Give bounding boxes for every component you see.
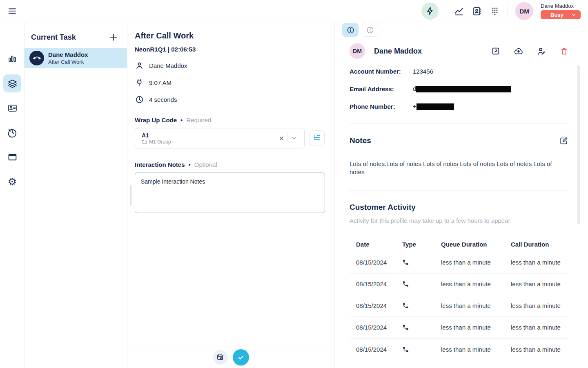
user-avatar[interactable]: DM: [515, 2, 533, 20]
contact-info-rows: Account Number: 123456 Email Address: d …: [335, 59, 588, 110]
add-task-button[interactable]: [108, 32, 119, 43]
start-time-meta-row: 9:07 AM: [135, 79, 325, 87]
phone-call-icon: [402, 324, 441, 331]
notes-body: Lots of notes.Lots of notes Lots of note…: [335, 145, 588, 177]
cell-call-duration: less than a minute: [511, 346, 568, 353]
wrap-up-label-row: Wrap Up Code • Required: [135, 117, 325, 123]
edit-contact-button[interactable]: [537, 47, 546, 56]
task-item-subtitle: After Call Work: [48, 59, 88, 65]
topbar-divider: [446, 6, 446, 16]
account-number-row: Account Number: 123456: [350, 68, 568, 75]
clear-selection-icon[interactable]: [276, 132, 287, 144]
nav-settings-icon[interactable]: ⚙: [3, 173, 21, 191]
gear-icon: ⚙: [8, 177, 17, 187]
chevron-down-icon: [571, 12, 577, 18]
topbar-actions: DM Dane Maddox Busy: [421, 0, 581, 22]
cloud-download-icon: [514, 46, 523, 56]
task-list-item[interactable]: Dane Maddox After Call Work: [24, 48, 127, 68]
activity-table-row[interactable]: 08/15/2024 less than a minute less than …: [350, 295, 568, 317]
cell-date: 08/15/2024: [356, 280, 402, 287]
current-task-header: Current Task: [24, 22, 127, 43]
topbar-divider: [508, 6, 508, 16]
column-header-call-duration: Call Duration: [511, 241, 568, 248]
lightning-bolt-icon: [425, 7, 434, 16]
email-prefix: d: [413, 85, 416, 92]
select-chevron-down-icon[interactable]: [288, 132, 300, 144]
activity-table-row[interactable]: 08/15/2024 less than a minute less than …: [350, 252, 568, 274]
task-detail-footer: [127, 346, 334, 368]
activity-table-header: Date Type Queue Duration Call Duration: [350, 237, 568, 252]
cell-date: 08/15/2024: [356, 324, 402, 331]
contact-avatar: DM: [350, 43, 365, 59]
edit-notes-button[interactable]: [559, 136, 568, 145]
cell-call-duration: less than a minute: [511, 302, 568, 309]
phone-call-icon: [402, 346, 441, 353]
cell-queue-duration: less than a minute: [441, 302, 511, 309]
cell-queue-duration: less than a minute: [441, 280, 511, 287]
account-number-label: Account Number:: [350, 68, 413, 75]
current-task-panel: Current Task Dane Maddox After Call Work: [24, 22, 127, 368]
hamburger-menu-icon[interactable]: [7, 5, 18, 17]
phone-call-icon: [402, 302, 441, 309]
browse-codes-tree-button[interactable]: [310, 130, 325, 146]
required-badge: Required: [186, 117, 211, 123]
phone-call-icon: [402, 259, 441, 266]
reports-icon[interactable]: [454, 6, 464, 16]
nav-history-icon[interactable]: [3, 123, 21, 141]
download-contact-button[interactable]: [514, 46, 523, 56]
person-icon: [135, 61, 144, 70]
nav-stats-icon[interactable]: [3, 50, 21, 68]
activity-table-row[interactable]: 08/15/2024 less than a minute less than …: [350, 274, 568, 295]
nav-queues-icon[interactable]: [3, 74, 21, 92]
quick-actions-button[interactable]: [421, 2, 439, 20]
notes-title: Notes: [350, 136, 371, 145]
cell-call-duration: less than a minute: [511, 324, 568, 331]
edit-pencil-icon: [559, 136, 568, 145]
cell-call-duration: less than a minute: [511, 259, 568, 266]
activity-table-row[interactable]: 08/15/2024 less than a minute less than …: [350, 339, 568, 360]
left-splitter-handle[interactable]: [130, 185, 131, 205]
activity-table-row[interactable]: 08/15/2024 less than a minute less than …: [350, 317, 568, 339]
phone-number-row: Phone Number: +: [350, 103, 568, 110]
phone-redaction-bar: [416, 103, 454, 110]
contact-name: Dane Maddox: [374, 47, 422, 56]
email-address-value: d: [413, 85, 511, 92]
email-address-row: Email Address: d: [350, 85, 568, 92]
cell-date: 08/15/2024: [356, 259, 402, 266]
contact-header: DM Dane Maddox: [335, 37, 588, 59]
left-nav-rail: ⚙: [0, 22, 24, 368]
right-panel-scrollbar[interactable]: [577, 65, 580, 224]
wrap-up-group: M1 Group: [149, 139, 171, 145]
open-profile-button[interactable]: [491, 47, 500, 56]
column-header-queue-duration: Queue Duration: [441, 241, 511, 248]
info-icon: [346, 26, 355, 34]
interaction-notes-label: Interaction Notes: [135, 161, 185, 168]
column-header-date: Date: [356, 241, 402, 248]
external-link-icon: [491, 47, 500, 56]
activity-table: Date Type Queue Duration Call Duration 0…: [350, 237, 568, 360]
complete-task-button[interactable]: [233, 349, 249, 366]
dialpad-icon[interactable]: [490, 6, 500, 16]
cell-call-duration: less than a minute: [511, 280, 568, 287]
delete-contact-button[interactable]: [560, 47, 568, 56]
split-circle-icon: [366, 26, 374, 34]
interaction-notes-input[interactable]: [135, 173, 325, 213]
tree-list-icon: [313, 134, 321, 142]
tab-insights[interactable]: [362, 23, 378, 37]
cell-date: 08/15/2024: [356, 302, 402, 309]
schedule-callback-button[interactable]: [213, 350, 228, 365]
call-end-icon: [29, 51, 44, 65]
nav-browser-icon[interactable]: [3, 148, 21, 166]
task-item-texts: Dane Maddox After Call Work: [48, 51, 88, 65]
wrap-up-code-select[interactable]: A1 M1 Group: [135, 128, 305, 148]
phone-number-value: +: [413, 103, 454, 110]
wrap-up-selected-option: A1 M1 Group: [142, 132, 276, 145]
tab-info[interactable]: [342, 23, 359, 37]
contacts-icon[interactable]: [472, 6, 482, 16]
email-redaction-bar: [416, 86, 511, 92]
nav-contacts-icon[interactable]: [3, 99, 21, 117]
status-dropdown[interactable]: Busy: [541, 10, 581, 19]
meta-contact-name: Dane Maddox: [149, 62, 187, 69]
bullet-separator: •: [180, 117, 183, 123]
queue-and-timer: NeonR1Q1 | 02:06:53: [135, 46, 325, 53]
